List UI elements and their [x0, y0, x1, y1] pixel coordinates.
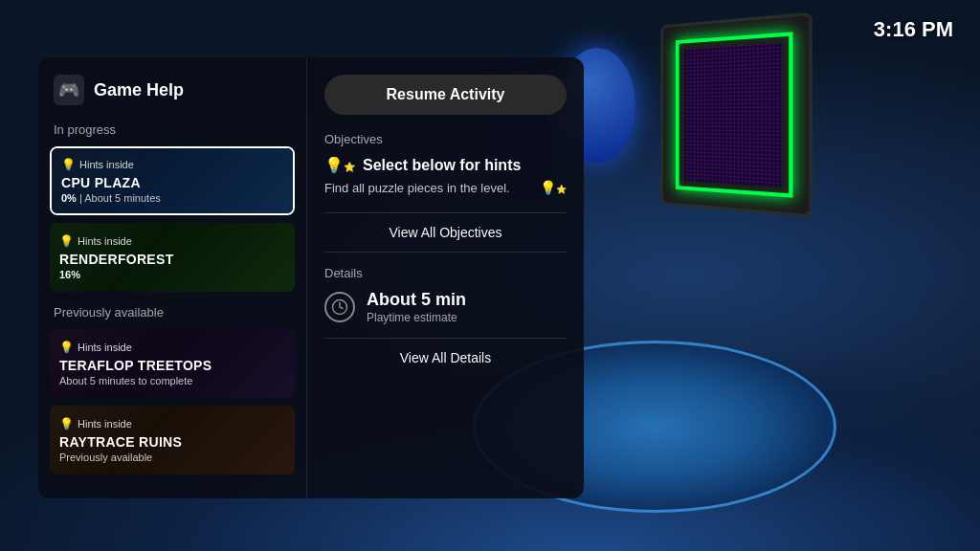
hints-double-icon: 💡⭐ [324, 156, 355, 174]
activity-card-renderforest[interactable]: 💡 Hints inside RENDERFOREST 16% [50, 223, 295, 292]
details-row: About 5 min Playtime estimate [324, 290, 567, 324]
card-content: 💡 Hints inside RENDERFOREST 16% [50, 223, 295, 292]
view-all-details-button[interactable]: View All Details [324, 338, 567, 377]
select-hints-row: 💡⭐ Select below for hints [324, 156, 567, 174]
game-help-title: Game Help [94, 80, 184, 100]
sidebar: 🎮 Game Help In progress 💡 Hints inside C… [38, 57, 306, 498]
main-panel: 🎮 Game Help In progress 💡 Hints inside C… [38, 57, 584, 498]
clock-icon [324, 292, 355, 322]
time-display: 3:16 PM [874, 17, 953, 42]
content-area: Resume Activity Objectives 💡⭐ Select bel… [306, 57, 584, 498]
card-content: 💡 Hints inside CPU PLAZA 0% | About 5 mi… [52, 148, 293, 213]
objective-description: Find all puzzle pieces in the level. 💡⭐ [324, 180, 567, 195]
card-subtitle-renderforest: 16% [59, 269, 285, 280]
hint-star-icon: 💡⭐ [540, 180, 567, 195]
card-subtitle-teraflop: About 5 minutes to complete [59, 375, 285, 386]
activity-card-teraflop[interactable]: 💡 Hints inside TERAFLOP TREETOPS About 5… [50, 329, 295, 398]
hints-icon: 💡 [61, 158, 76, 171]
time-value: About 5 minutes [84, 192, 161, 204]
card-title-raytrace: RAYTRACE RUINS [59, 434, 285, 450]
game-help-header: 🎮 Game Help [50, 75, 295, 105]
objectives-section-label: Objectives [324, 132, 567, 146]
hints-icon: 💡 [59, 234, 74, 248]
activity-card-cpu-plaza[interactable]: 💡 Hints inside CPU PLAZA 0% | About 5 mi… [50, 146, 295, 215]
progress-value: 16% [59, 269, 80, 280]
hints-tag: 💡 Hints inside [59, 417, 285, 430]
hints-label: Hints inside [78, 342, 132, 353]
card-title-cpu: CPU PLAZA [61, 175, 283, 190]
playtime-amount: About 5 min [367, 290, 466, 311]
in-progress-label: In progress [50, 122, 295, 137]
objective-desc-text: Find all puzzle pieces in the level. [324, 181, 510, 195]
card-title-renderforest: RENDERFOREST [59, 252, 285, 267]
hints-tag: 💡 Hints inside [61, 158, 283, 171]
card-title-teraflop: TERAFLOP TREETOPS [59, 358, 285, 373]
bg-cpu-board [660, 12, 812, 218]
hints-tag: 💡 Hints inside [59, 234, 285, 248]
playtime-info: About 5 min Playtime estimate [367, 290, 466, 324]
select-hints-text: Select below for hints [363, 157, 521, 174]
progress-value: 0% [61, 192, 77, 204]
hints-label: Hints inside [78, 235, 132, 247]
previously-available-label: Previously available [54, 305, 295, 320]
bg-cpu-inner [684, 43, 783, 187]
controller-icon: 🎮 [58, 79, 79, 100]
card-content: 💡 Hints inside RAYTRACE RUINS Previously… [50, 406, 295, 474]
card-subtitle-raytrace: Previously available [59, 452, 285, 463]
hints-tag: 💡 Hints inside [59, 341, 285, 354]
hints-icon: 💡 [59, 417, 74, 430]
activity-card-raytrace[interactable]: 💡 Hints inside RAYTRACE RUINS Previously… [50, 406, 295, 474]
hints-icon: 💡 [59, 341, 74, 354]
resume-activity-button[interactable]: Resume Activity [324, 75, 567, 115]
view-all-objectives-button[interactable]: View All Objectives [324, 212, 567, 253]
card-subtitle-cpu: 0% | About 5 minutes [61, 192, 283, 204]
game-help-icon: 🎮 [54, 75, 84, 105]
hints-label: Hints inside [79, 159, 134, 170]
details-section-label: Details [324, 266, 567, 280]
playtime-label: Playtime estimate [367, 311, 466, 324]
card-content: 💡 Hints inside TERAFLOP TREETOPS About 5… [50, 329, 295, 398]
hints-label: Hints inside [78, 418, 132, 430]
